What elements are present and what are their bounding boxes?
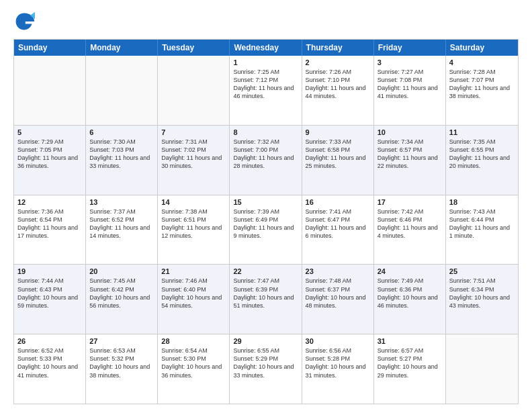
page: SundayMondayTuesdayWednesdayThursdayFrid… xyxy=(0,0,532,411)
calendar-day-28: 28Sunrise: 6:54 AMSunset: 5:30 PMDayligh… xyxy=(158,334,230,404)
day-number: 17 xyxy=(378,198,442,206)
day-info: Sunrise: 7:37 AMSunset: 6:52 PMDaylight:… xyxy=(89,208,154,240)
calendar-day-26: 26Sunrise: 6:52 AMSunset: 5:33 PMDayligh… xyxy=(14,334,86,404)
day-number: 15 xyxy=(233,198,298,206)
day-number: 24 xyxy=(378,267,442,275)
day-number: 20 xyxy=(89,267,154,275)
day-number: 10 xyxy=(378,128,442,136)
day-header-tuesday: Tuesday xyxy=(158,40,230,56)
calendar: SundayMondayTuesdayWednesdayThursdayFrid… xyxy=(13,39,519,404)
day-info: Sunrise: 7:30 AMSunset: 7:03 PMDaylight:… xyxy=(89,138,154,171)
calendar-day-23: 23Sunrise: 7:48 AMSunset: 6:37 PMDayligh… xyxy=(302,265,374,334)
calendar-day-6: 6Sunrise: 7:30 AMSunset: 7:03 PMDaylight… xyxy=(86,126,158,195)
day-number: 19 xyxy=(17,267,82,275)
day-header-saturday: Saturday xyxy=(446,40,518,56)
calendar-header-row: SundayMondayTuesdayWednesdayThursdayFrid… xyxy=(14,40,518,56)
calendar-day-2: 2Sunrise: 7:26 AMSunset: 7:10 PMDaylight… xyxy=(302,56,374,125)
day-number: 22 xyxy=(233,267,298,275)
day-number: 23 xyxy=(306,267,370,275)
day-info: Sunrise: 7:36 AMSunset: 6:54 PMDaylight:… xyxy=(17,208,82,240)
day-info: Sunrise: 6:53 AMSunset: 5:32 PMDaylight:… xyxy=(89,347,154,379)
calendar-empty-cell xyxy=(158,56,230,125)
day-header-sunday: Sunday xyxy=(14,40,86,56)
calendar-day-10: 10Sunrise: 7:34 AMSunset: 6:57 PMDayligh… xyxy=(374,126,446,195)
calendar-day-25: 25Sunrise: 7:51 AMSunset: 6:34 PMDayligh… xyxy=(446,265,518,334)
calendar-day-1: 1Sunrise: 7:25 AMSunset: 7:12 PMDaylight… xyxy=(230,56,302,125)
day-number: 16 xyxy=(306,198,370,206)
day-header-friday: Friday xyxy=(374,40,446,56)
calendar-day-30: 30Sunrise: 6:56 AMSunset: 5:28 PMDayligh… xyxy=(302,334,374,404)
day-info: Sunrise: 7:49 AMSunset: 6:36 PMDaylight:… xyxy=(378,277,442,310)
day-info: Sunrise: 7:46 AMSunset: 6:40 PMDaylight:… xyxy=(161,277,226,310)
day-number: 14 xyxy=(161,198,226,206)
calendar-week-2: 5Sunrise: 7:29 AMSunset: 7:05 PMDaylight… xyxy=(14,126,518,195)
day-header-thursday: Thursday xyxy=(302,40,374,56)
day-info: Sunrise: 7:38 AMSunset: 6:51 PMDaylight:… xyxy=(161,208,226,240)
calendar-body: 1Sunrise: 7:25 AMSunset: 7:12 PMDaylight… xyxy=(14,56,518,404)
day-info: Sunrise: 7:35 AMSunset: 6:55 PMDaylight:… xyxy=(449,138,515,171)
day-info: Sunrise: 7:43 AMSunset: 6:44 PMDaylight:… xyxy=(449,208,515,240)
day-info: Sunrise: 7:32 AMSunset: 7:00 PMDaylight:… xyxy=(233,138,298,171)
calendar-day-8: 8Sunrise: 7:32 AMSunset: 7:00 PMDaylight… xyxy=(230,126,302,195)
day-info: Sunrise: 7:47 AMSunset: 6:39 PMDaylight:… xyxy=(233,277,298,310)
calendar-day-9: 9Sunrise: 7:33 AMSunset: 6:58 PMDaylight… xyxy=(302,126,374,195)
day-number: 26 xyxy=(17,337,82,345)
day-info: Sunrise: 7:31 AMSunset: 7:02 PMDaylight:… xyxy=(161,138,226,171)
calendar-day-15: 15Sunrise: 7:39 AMSunset: 6:49 PMDayligh… xyxy=(230,195,302,265)
day-number: 7 xyxy=(161,128,226,136)
calendar-week-5: 26Sunrise: 6:52 AMSunset: 5:33 PMDayligh… xyxy=(14,334,518,404)
day-info: Sunrise: 7:39 AMSunset: 6:49 PMDaylight:… xyxy=(233,208,298,240)
day-number: 25 xyxy=(449,267,515,275)
day-number: 6 xyxy=(89,128,154,136)
day-number: 4 xyxy=(449,58,515,66)
day-number: 18 xyxy=(449,198,515,206)
day-number: 21 xyxy=(161,267,226,275)
calendar-day-20: 20Sunrise: 7:45 AMSunset: 6:42 PMDayligh… xyxy=(86,265,158,334)
day-number: 27 xyxy=(89,337,154,345)
day-number: 13 xyxy=(89,198,154,206)
calendar-day-5: 5Sunrise: 7:29 AMSunset: 7:05 PMDaylight… xyxy=(14,126,86,195)
day-info: Sunrise: 7:44 AMSunset: 6:43 PMDaylight:… xyxy=(17,277,82,310)
calendar-day-14: 14Sunrise: 7:38 AMSunset: 6:51 PMDayligh… xyxy=(158,195,230,265)
calendar-day-4: 4Sunrise: 7:28 AMSunset: 7:07 PMDaylight… xyxy=(446,56,518,125)
day-number: 3 xyxy=(378,58,442,66)
calendar-day-3: 3Sunrise: 7:27 AMSunset: 7:08 PMDaylight… xyxy=(374,56,446,125)
day-info: Sunrise: 6:52 AMSunset: 5:33 PMDaylight:… xyxy=(17,347,82,379)
calendar-day-12: 12Sunrise: 7:36 AMSunset: 6:54 PMDayligh… xyxy=(14,195,86,265)
day-number: 9 xyxy=(306,128,370,136)
calendar-day-19: 19Sunrise: 7:44 AMSunset: 6:43 PMDayligh… xyxy=(14,265,86,334)
day-number: 5 xyxy=(17,128,82,136)
calendar-empty-cell xyxy=(86,56,158,125)
calendar-day-17: 17Sunrise: 7:42 AMSunset: 6:46 PMDayligh… xyxy=(374,195,446,265)
day-number: 31 xyxy=(378,337,442,345)
day-number: 8 xyxy=(233,128,298,136)
calendar-week-3: 12Sunrise: 7:36 AMSunset: 6:54 PMDayligh… xyxy=(14,195,518,265)
day-info: Sunrise: 7:29 AMSunset: 7:05 PMDaylight:… xyxy=(17,138,82,171)
day-info: Sunrise: 7:28 AMSunset: 7:07 PMDaylight:… xyxy=(449,68,515,101)
day-info: Sunrise: 7:45 AMSunset: 6:42 PMDaylight:… xyxy=(89,277,154,310)
day-info: Sunrise: 7:25 AMSunset: 7:12 PMDaylight:… xyxy=(233,68,298,101)
day-info: Sunrise: 6:55 AMSunset: 5:29 PMDaylight:… xyxy=(233,347,298,379)
day-number: 2 xyxy=(306,58,370,66)
day-info: Sunrise: 6:56 AMSunset: 5:28 PMDaylight:… xyxy=(306,347,370,379)
day-info: Sunrise: 7:26 AMSunset: 7:10 PMDaylight:… xyxy=(306,68,370,101)
day-number: 1 xyxy=(233,58,298,66)
day-info: Sunrise: 7:41 AMSunset: 6:47 PMDaylight:… xyxy=(306,208,370,240)
day-header-wednesday: Wednesday xyxy=(230,40,302,56)
calendar-empty-cell xyxy=(446,334,518,404)
day-number: 29 xyxy=(233,337,298,345)
calendar-day-16: 16Sunrise: 7:41 AMSunset: 6:47 PMDayligh… xyxy=(302,195,374,265)
calendar-day-24: 24Sunrise: 7:49 AMSunset: 6:36 PMDayligh… xyxy=(374,265,446,334)
day-info: Sunrise: 6:57 AMSunset: 5:27 PMDaylight:… xyxy=(378,347,442,379)
calendar-day-31: 31Sunrise: 6:57 AMSunset: 5:27 PMDayligh… xyxy=(374,334,446,404)
calendar-day-27: 27Sunrise: 6:53 AMSunset: 5:32 PMDayligh… xyxy=(86,334,158,404)
day-info: Sunrise: 7:48 AMSunset: 6:37 PMDaylight:… xyxy=(306,277,370,310)
day-header-monday: Monday xyxy=(86,40,158,56)
calendar-day-29: 29Sunrise: 6:55 AMSunset: 5:29 PMDayligh… xyxy=(230,334,302,404)
day-info: Sunrise: 7:42 AMSunset: 6:46 PMDaylight:… xyxy=(378,208,442,240)
calendar-day-13: 13Sunrise: 7:37 AMSunset: 6:52 PMDayligh… xyxy=(86,195,158,265)
day-number: 30 xyxy=(306,337,370,345)
day-info: Sunrise: 7:34 AMSunset: 6:57 PMDaylight:… xyxy=(378,138,442,171)
calendar-week-1: 1Sunrise: 7:25 AMSunset: 7:12 PMDaylight… xyxy=(14,56,518,126)
day-number: 12 xyxy=(17,198,82,206)
